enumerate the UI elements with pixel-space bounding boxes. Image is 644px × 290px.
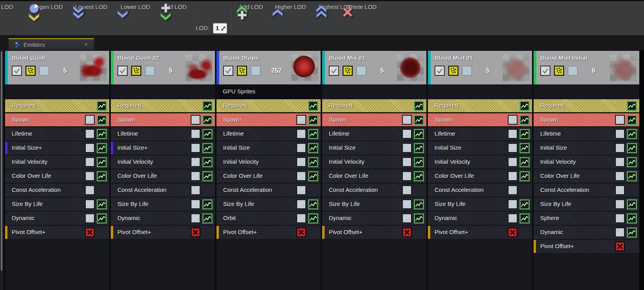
module-row-spawn[interactable]: Spawn <box>428 113 532 126</box>
curve-editor-icon[interactable] <box>308 129 318 139</box>
curve-editor-icon[interactable] <box>627 157 637 167</box>
module-row-color-over-life[interactable]: Color Over Life <box>216 170 321 183</box>
module-enable-checkbox[interactable] <box>85 171 95 181</box>
curve-editor-icon[interactable] <box>627 115 637 125</box>
solo-icon[interactable]: S <box>39 66 49 76</box>
emitter-enable-checkbox[interactable] <box>117 66 128 76</box>
toolbar-button-en-lod-clipped[interactable]: en LOD <box>0 3 23 35</box>
toolbar-button-lower-lod[interactable]: Lower LOD <box>112 3 159 35</box>
curve-editor-icon[interactable] <box>414 213 424 224</box>
curve-editor-icon[interactable] <box>97 129 107 139</box>
module-enable-checkbox[interactable] <box>191 185 200 195</box>
module-row-spawn[interactable]: Spawn <box>5 113 109 126</box>
module-row-dynamic[interactable]: Dynamic <box>322 212 426 225</box>
module-row-lifetime[interactable]: Lifetime <box>534 127 639 140</box>
module-enable-checkbox[interactable] <box>85 157 95 167</box>
curve-editor-icon[interactable] <box>520 143 530 153</box>
module-row-color-over-life[interactable]: Color Over Life <box>428 170 532 183</box>
curve-editor-icon[interactable] <box>308 143 318 153</box>
solo-icon[interactable]: S <box>462 66 472 76</box>
module-enable-checkbox[interactable] <box>191 143 200 153</box>
curve-editor-icon[interactable] <box>202 171 213 181</box>
module-enable-checkbox[interactable] <box>402 213 412 223</box>
lod-spinner[interactable]: 1 <box>213 23 227 34</box>
toolbar-button-add-lod-up[interactable]: Add LOD <box>231 3 271 35</box>
curve-editor-icon[interactable] <box>202 157 213 167</box>
curve-editor-icon[interactable] <box>97 213 107 224</box>
module-row-initial-velocity[interactable]: Initial Velocity <box>322 156 426 168</box>
module-row-required[interactable]: Required <box>322 99 426 112</box>
module-row-spawn[interactable]: Spawn <box>534 113 639 126</box>
module-row-spawn[interactable]: Spawn <box>111 113 215 126</box>
curve-editor-icon[interactable] <box>627 129 637 139</box>
module-enable-checkbox[interactable] <box>402 199 412 209</box>
module-enable-checkbox[interactable] <box>296 213 306 223</box>
module-row-initial-velocity[interactable]: Initial Velocity <box>428 156 532 168</box>
module-row-initial-size-[interactable]: Initial Size+ <box>111 141 215 154</box>
curve-editor-icon[interactable] <box>520 129 530 139</box>
curve-editor-icon[interactable] <box>308 213 318 224</box>
module-row-const-acceleration[interactable]: Const Acceleration <box>534 184 639 197</box>
module-row-pivot-offset-[interactable]: Pivot Offset+ <box>5 226 109 239</box>
module-row-initial-velocity[interactable]: Initial Velocity <box>111 156 215 168</box>
curve-editor-icon[interactable] <box>202 115 213 125</box>
module-enable-checkbox[interactable] <box>296 129 306 139</box>
curve-editor-icon[interactable] <box>627 199 637 209</box>
module-row-required[interactable]: Required <box>5 99 109 112</box>
curve-editor-icon[interactable] <box>308 157 318 167</box>
solo-icon[interactable]: S <box>568 66 578 76</box>
module-disabled-icon[interactable] <box>296 227 306 237</box>
toolbar-button-higher-lod[interactable]: Higher LOD <box>267 3 314 35</box>
module-row-color-over-life[interactable]: Color Over Life <box>534 170 639 183</box>
emitter-header[interactable]: Blood Gush 02 S 5 <box>111 51 215 84</box>
module-enable-checkbox[interactable] <box>615 199 625 209</box>
emitter-enable-checkbox[interactable] <box>223 66 233 76</box>
burst-icon[interactable] <box>131 66 141 76</box>
module-row-color-over-life[interactable]: Color Over Life <box>111 170 215 183</box>
module-enable-checkbox[interactable] <box>296 199 306 209</box>
module-enable-checkbox[interactable] <box>615 185 625 195</box>
module-enable-checkbox[interactable] <box>508 129 518 139</box>
module-row-color-over-life[interactable]: Color Over Life <box>322 170 426 183</box>
module-row-required[interactable]: Required <box>534 99 639 112</box>
curve-editor-icon[interactable] <box>414 157 424 167</box>
emitter-header[interactable]: Blood Drops S 252 <box>216 51 321 84</box>
module-enable-checkbox[interactable] <box>191 115 200 125</box>
emitter-enable-checkbox[interactable] <box>435 66 445 76</box>
module-row-initial-size[interactable]: Initial Size <box>216 141 321 154</box>
curve-editor-icon[interactable] <box>520 115 530 125</box>
curve-editor-icon[interactable] <box>202 101 213 111</box>
module-enable-checkbox[interactable] <box>402 185 412 195</box>
module-enable-checkbox[interactable] <box>402 129 412 139</box>
curve-editor-icon[interactable] <box>308 199 318 209</box>
curve-editor-icon[interactable] <box>414 115 424 125</box>
solo-icon[interactable]: S <box>251 66 261 76</box>
module-row-const-acceleration[interactable]: Const Acceleration <box>111 184 215 197</box>
curve-editor-icon[interactable] <box>520 199 530 209</box>
curve-editor-icon[interactable] <box>414 171 424 181</box>
curve-editor-icon[interactable] <box>520 101 530 111</box>
burst-icon[interactable] <box>448 66 458 76</box>
module-enable-checkbox[interactable] <box>508 213 518 223</box>
curve-editor-icon[interactable] <box>97 115 107 125</box>
solo-icon[interactable]: S <box>356 66 366 76</box>
burst-icon[interactable] <box>554 66 564 76</box>
curve-editor-icon[interactable] <box>520 213 530 224</box>
module-row-size-by-life[interactable]: Size By Life <box>216 198 321 211</box>
toolbar-button-regen-lod[interactable]: Regen LOD <box>24 3 71 35</box>
module-row-required[interactable]: Required <box>111 99 215 112</box>
module-row-dynamic[interactable]: Dynamic <box>428 212 532 225</box>
module-row-lifetime[interactable]: Lifetime <box>111 127 215 140</box>
module-row-size-by-life[interactable]: Size By Life <box>428 198 532 211</box>
curve-editor-icon[interactable] <box>627 143 637 153</box>
module-enable-checkbox[interactable] <box>191 157 200 167</box>
module-row-size-by-life[interactable]: Size By Life <box>322 198 426 211</box>
curve-editor-icon[interactable] <box>627 227 637 238</box>
module-enable-checkbox[interactable] <box>508 115 518 125</box>
curve-editor-icon[interactable] <box>627 101 637 111</box>
emitter-header[interactable]: Blood Mist Initial S 6 <box>534 51 639 84</box>
module-enable-checkbox[interactable] <box>296 157 306 167</box>
toolbar-button-delete-lod[interactable]: Delete LOD <box>337 3 385 35</box>
module-row-const-acceleration[interactable]: Const Acceleration <box>428 184 532 197</box>
module-enable-checkbox[interactable] <box>296 143 306 153</box>
